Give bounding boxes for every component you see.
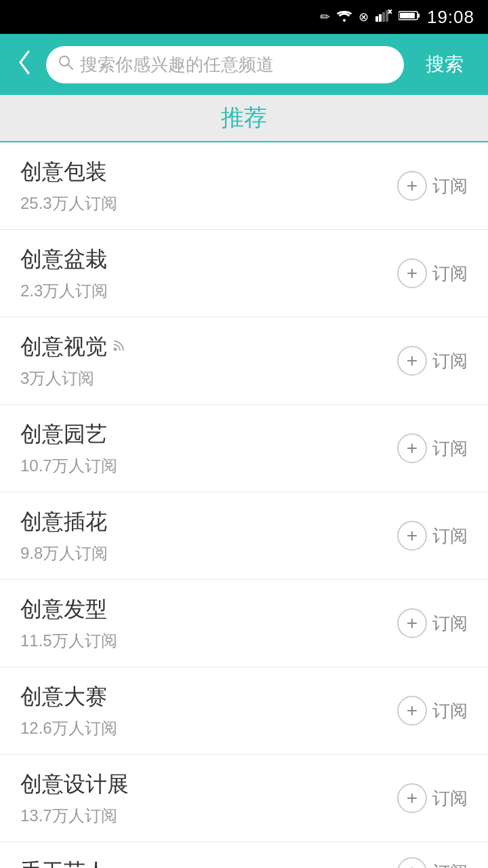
plus-circle-icon: +: [397, 346, 427, 376]
channel-subscribers: 3万人订阅: [20, 368, 126, 389]
channel-item: 创意包装25.3万人订阅+订阅: [0, 142, 488, 230]
section-title: 推荐: [221, 102, 267, 134]
channel-name: 创意盆栽: [20, 245, 108, 275]
channel-item: 创意插花9.8万人订阅+订阅: [0, 492, 488, 580]
plus-circle-icon: +: [397, 171, 427, 201]
subscribe-label: 订阅: [432, 262, 468, 285]
channel-name: 创意视觉: [20, 332, 126, 362]
subscribe-label: 订阅: [432, 612, 468, 635]
back-button[interactable]: [11, 43, 38, 86]
subscribe-button[interactable]: +订阅: [397, 783, 468, 813]
top-bar: 搜索你感兴趣的任意频道 搜索: [0, 34, 488, 95]
subscribe-button[interactable]: +订阅: [397, 696, 468, 726]
svg-rect-1: [379, 14, 382, 22]
channel-info: 手工艺人: [20, 857, 107, 868]
svg-point-11: [114, 348, 117, 351]
channel-info: 创意设计展13.7万人订阅: [20, 770, 129, 827]
subscribe-button[interactable]: +订阅: [397, 346, 468, 376]
rss-icon: [113, 338, 126, 356]
channel-subscribers: 9.8万人订阅: [20, 542, 108, 564]
svg-rect-0: [375, 16, 378, 22]
channel-name: 创意插花: [20, 507, 108, 537]
channel-item: 创意设计展13.7万人订阅+订阅: [0, 755, 488, 842]
subscribe-label: 订阅: [432, 787, 468, 810]
svg-line-10: [68, 64, 73, 69]
status-time: 19:08: [427, 7, 474, 28]
svg-rect-7: [418, 14, 420, 18]
subscribe-label: 订阅: [432, 524, 468, 548]
channel-info: 创意插花9.8万人订阅: [20, 507, 108, 564]
plus-circle-icon: +: [397, 521, 427, 551]
channel-item: 创意发型11.5万人订阅+订阅: [0, 580, 488, 667]
plus-circle-icon: +: [397, 258, 427, 288]
channel-name: 手工艺人: [20, 857, 107, 868]
channel-name: 创意大赛: [20, 682, 117, 712]
svg-rect-8: [400, 13, 415, 18]
channel-info: 创意视觉3万人订阅: [20, 332, 126, 389]
subscribe-button[interactable]: +订阅: [397, 608, 468, 638]
channel-name: 创意园艺: [20, 420, 117, 450]
channel-item: 创意盆栽2.3万人订阅+订阅: [0, 230, 488, 317]
channel-subscribers: 2.3万人订阅: [20, 280, 108, 302]
block-icon: ⊗: [359, 9, 369, 24]
channel-subscribers: 12.6万人订阅: [20, 717, 117, 739]
search-bar[interactable]: 搜索你感兴趣的任意频道: [46, 46, 404, 83]
subscribe-button[interactable]: +订阅: [397, 521, 468, 551]
plus-circle-icon: +: [397, 608, 427, 638]
status-bar: ✏ ⊗ 19:08: [0, 0, 488, 34]
status-icons: ✏ ⊗ 19:08: [320, 7, 474, 28]
subscribe-label: 订阅: [432, 174, 468, 198]
svg-rect-2: [382, 12, 385, 22]
search-placeholder: 搜索你感兴趣的任意频道: [80, 53, 392, 77]
channel-subscribers: 25.3万人订阅: [20, 193, 117, 214]
pen-icon: ✏: [320, 9, 330, 24]
channel-item: 手工艺人+订阅: [0, 842, 488, 868]
channel-subscribers: 13.7万人订阅: [20, 805, 129, 827]
subscribe-label: 订阅: [432, 437, 468, 460]
subscribe-button[interactable]: +订阅: [397, 258, 468, 288]
battery-icon: [399, 10, 420, 24]
channel-subscribers: 10.7万人订阅: [20, 455, 117, 477]
channel-item: 创意大赛12.6万人订阅+订阅: [0, 667, 488, 755]
subscribe-button[interactable]: +订阅: [397, 433, 468, 463]
channel-item: 创意园艺10.7万人订阅+订阅: [0, 405, 488, 492]
channel-name: 创意发型: [20, 595, 117, 625]
channel-info: 创意盆栽2.3万人订阅: [20, 245, 108, 302]
plus-circle-icon: +: [397, 857, 427, 868]
section-header: 推荐: [0, 95, 488, 142]
subscribe-label: 订阅: [432, 349, 468, 373]
channel-list: 创意包装25.3万人订阅+订阅创意盆栽2.3万人订阅+订阅创意视觉3万人订阅+订…: [0, 142, 488, 868]
subscribe-label: 订阅: [432, 861, 468, 869]
channel-info: 创意包装25.3万人订阅: [20, 157, 117, 214]
channel-name: 创意包装: [20, 157, 117, 187]
channel-info: 创意园艺10.7万人订阅: [20, 420, 117, 477]
plus-circle-icon: +: [397, 783, 427, 813]
channel-subscribers: 11.5万人订阅: [20, 630, 117, 652]
subscribe-button[interactable]: +订阅: [397, 171, 468, 201]
plus-circle-icon: +: [397, 696, 427, 726]
wifi-icon: [337, 9, 352, 25]
subscribe-label: 订阅: [432, 699, 468, 723]
channel-info: 创意发型11.5万人订阅: [20, 595, 117, 652]
subscribe-button[interactable]: +订阅: [397, 857, 468, 868]
channel-info: 创意大赛12.6万人订阅: [20, 682, 117, 739]
search-button[interactable]: 搜索: [412, 46, 477, 83]
channel-name: 创意设计展: [20, 770, 129, 800]
signal-icon: [375, 9, 392, 25]
svg-rect-3: [386, 10, 388, 22]
channel-item: 创意视觉3万人订阅+订阅: [0, 317, 488, 405]
search-icon: [58, 55, 73, 74]
plus-circle-icon: +: [397, 433, 427, 463]
